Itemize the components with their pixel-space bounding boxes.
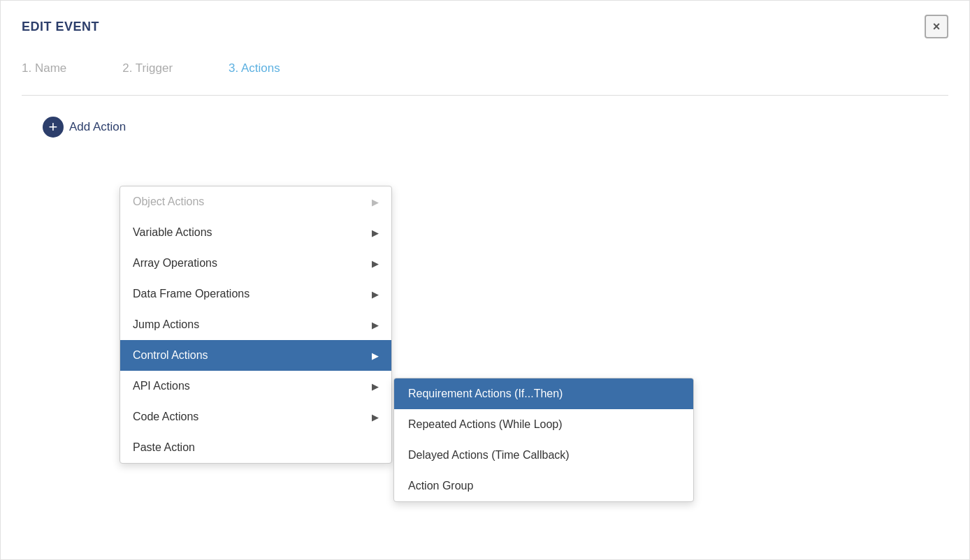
dropdown-wrapper: Object Actions ▶ Variable Actions ▶ Arra… [120, 186, 694, 502]
menu-item-variable-actions-label: Variable Actions [133, 226, 212, 239]
menu-item-code-actions-label: Code Actions [133, 411, 198, 423]
arrow-icon-variable-actions: ▶ [372, 228, 379, 238]
submenu-item-action-group-label: Action Group [408, 480, 473, 492]
menu-item-control-actions-label: Control Actions [133, 349, 208, 362]
menu-item-object-actions-label: Object Actions [133, 196, 204, 208]
page-title: EDIT EVENT [22, 20, 99, 34]
arrow-icon-array-operations: ▶ [372, 258, 379, 269]
submenu: Requirement Actions (If...Then) Repeated… [393, 378, 694, 502]
menu-item-object-actions[interactable]: Object Actions ▶ [120, 186, 391, 217]
tab-name[interactable]: 1. Name [22, 61, 66, 85]
page-container: EDIT EVENT × 1. Name 2. Trigger 3. Actio… [0, 0, 970, 560]
header: EDIT EVENT × [1, 1, 969, 49]
menu-item-jump-actions-label: Jump Actions [133, 318, 199, 331]
menu-item-variable-actions[interactable]: Variable Actions ▶ [120, 217, 391, 248]
plus-icon: + [49, 119, 58, 135]
menu-item-array-operations-label: Array Operations [133, 257, 217, 270]
tabs-divider [22, 95, 948, 96]
menu-item-api-actions[interactable]: API Actions ▶ [120, 371, 391, 401]
menu-item-data-frame-operations-label: Data Frame Operations [133, 288, 249, 300]
arrow-icon-object-actions: ▶ [372, 197, 379, 207]
submenu-item-delayed-actions-label: Delayed Actions (Time Callback) [408, 449, 570, 462]
submenu-item-requirement-actions-label: Requirement Actions (If...Then) [408, 388, 563, 400]
add-action-row: + Add Action [1, 117, 969, 138]
submenu-item-action-group[interactable]: Action Group [394, 471, 693, 501]
menu-item-control-actions[interactable]: Control Actions ▶ [120, 340, 391, 371]
arrow-icon-code-actions: ▶ [372, 412, 379, 422]
arrow-icon-data-frame-operations: ▶ [372, 289, 379, 300]
submenu-item-delayed-actions[interactable]: Delayed Actions (Time Callback) [394, 440, 693, 471]
add-action-label[interactable]: Add Action [69, 120, 126, 134]
arrow-icon-control-actions: ▶ [372, 351, 379, 361]
arrow-icon-jump-actions: ▶ [372, 320, 379, 330]
menu-item-api-actions-label: API Actions [133, 380, 190, 392]
main-dropdown-menu: Object Actions ▶ Variable Actions ▶ Arra… [120, 186, 392, 464]
tab-trigger[interactable]: 2. Trigger [122, 61, 173, 85]
add-action-icon[interactable]: + [43, 117, 64, 138]
tabs-row: 1. Name 2. Trigger 3. Actions [1, 49, 969, 85]
close-button[interactable]: × [925, 15, 948, 38]
menu-item-array-operations[interactable]: Array Operations ▶ [120, 248, 391, 279]
arrow-icon-api-actions: ▶ [372, 381, 379, 392]
tab-actions[interactable]: 3. Actions [229, 61, 280, 85]
menu-item-data-frame-operations[interactable]: Data Frame Operations ▶ [120, 279, 391, 309]
menu-item-paste-action-label: Paste Action [133, 441, 195, 454]
submenu-item-requirement-actions[interactable]: Requirement Actions (If...Then) [394, 378, 693, 409]
menu-item-code-actions[interactable]: Code Actions ▶ [120, 401, 391, 432]
menu-item-paste-action[interactable]: Paste Action [120, 432, 391, 463]
menu-item-jump-actions[interactable]: Jump Actions ▶ [120, 309, 391, 340]
submenu-item-repeated-actions-label: Repeated Actions (While Loop) [408, 418, 563, 431]
submenu-item-repeated-actions[interactable]: Repeated Actions (While Loop) [394, 409, 693, 440]
